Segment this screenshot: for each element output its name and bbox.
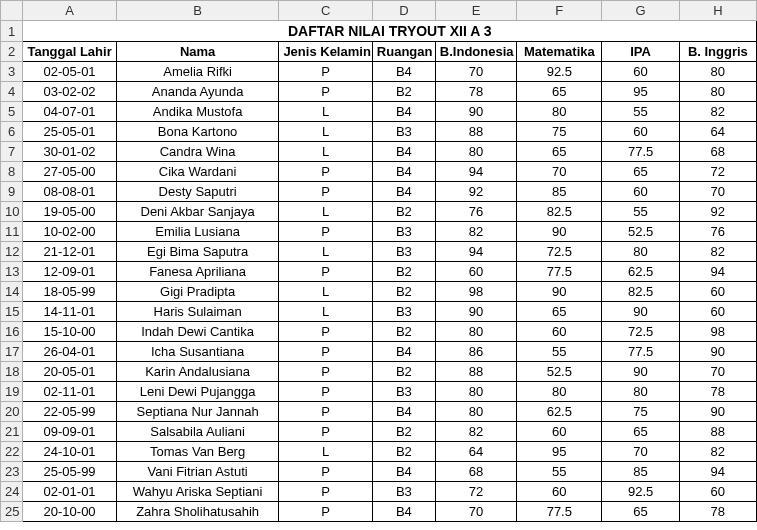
cell-ipa[interactable]: 85 bbox=[602, 462, 679, 482]
hdr-binggris[interactable]: B. Inggris bbox=[679, 42, 756, 62]
cell-ruang[interactable]: B4 bbox=[372, 502, 435, 522]
cell-ruang[interactable]: B4 bbox=[372, 342, 435, 362]
cell-nama[interactable]: Bona Kartono bbox=[116, 122, 279, 142]
cell-bindo[interactable]: 70 bbox=[435, 502, 516, 522]
cell-ruang[interactable]: B4 bbox=[372, 62, 435, 82]
cell-ruang[interactable]: B2 bbox=[372, 442, 435, 462]
cell-mtk[interactable]: 65 bbox=[517, 302, 602, 322]
cell-mtk[interactable]: 65 bbox=[517, 142, 602, 162]
cell-bing[interactable]: 70 bbox=[679, 182, 756, 202]
cell-tgl[interactable]: 08-08-01 bbox=[23, 182, 116, 202]
cell-ruang[interactable]: B2 bbox=[372, 282, 435, 302]
cell-bing[interactable]: 82 bbox=[679, 102, 756, 122]
cell-mtk[interactable]: 85 bbox=[517, 182, 602, 202]
cell-nama[interactable]: Emilia Lusiana bbox=[116, 222, 279, 242]
cell-jk[interactable]: P bbox=[279, 182, 372, 202]
cell-mtk[interactable]: 72.5 bbox=[517, 242, 602, 262]
cell-jk[interactable]: P bbox=[279, 382, 372, 402]
cell-nama[interactable]: Gigi Pradipta bbox=[116, 282, 279, 302]
row-header[interactable]: 14 bbox=[1, 282, 23, 302]
cell-mtk[interactable]: 77.5 bbox=[517, 502, 602, 522]
cell-ipa[interactable]: 80 bbox=[602, 382, 679, 402]
cell-ipa[interactable]: 55 bbox=[602, 102, 679, 122]
cell-bing[interactable]: 94 bbox=[679, 462, 756, 482]
cell-ipa[interactable]: 70 bbox=[602, 442, 679, 462]
cell-mtk[interactable]: 92.5 bbox=[517, 62, 602, 82]
cell-bing[interactable]: 78 bbox=[679, 382, 756, 402]
cell-nama[interactable]: Salsabila Auliani bbox=[116, 422, 279, 442]
cell-jk[interactable]: L bbox=[279, 202, 372, 222]
cell-tgl[interactable]: 25-05-01 bbox=[23, 122, 116, 142]
cell-ruang[interactable]: B3 bbox=[372, 122, 435, 142]
cell-bindo[interactable]: 82 bbox=[435, 422, 516, 442]
row-header[interactable]: 25 bbox=[1, 502, 23, 522]
cell-nama[interactable]: Desty Saputri bbox=[116, 182, 279, 202]
cell-ipa[interactable]: 60 bbox=[602, 62, 679, 82]
cell-bing[interactable]: 90 bbox=[679, 342, 756, 362]
cell-ipa[interactable]: 77.5 bbox=[602, 142, 679, 162]
row-header[interactable]: 18 bbox=[1, 362, 23, 382]
cell-nama[interactable]: Wahyu Ariska Septiani bbox=[116, 482, 279, 502]
row-header[interactable]: 6 bbox=[1, 122, 23, 142]
cell-tgl[interactable]: 15-10-00 bbox=[23, 322, 116, 342]
cell-tgl[interactable]: 18-05-99 bbox=[23, 282, 116, 302]
cell-bing[interactable]: 60 bbox=[679, 482, 756, 502]
cell-tgl[interactable]: 04-07-01 bbox=[23, 102, 116, 122]
cell-ruang[interactable]: B3 bbox=[372, 302, 435, 322]
cell-bing[interactable]: 78 bbox=[679, 502, 756, 522]
cell-ipa[interactable]: 90 bbox=[602, 362, 679, 382]
col-header[interactable]: F bbox=[517, 1, 602, 21]
row-header[interactable]: 11 bbox=[1, 222, 23, 242]
cell-ipa[interactable]: 82.5 bbox=[602, 282, 679, 302]
row-header[interactable]: 16 bbox=[1, 322, 23, 342]
hdr-tanggal-lahir[interactable]: Tanggal Lahir bbox=[23, 42, 116, 62]
cell-ruang[interactable]: B4 bbox=[372, 182, 435, 202]
cell-bing[interactable]: 80 bbox=[679, 62, 756, 82]
row-header[interactable]: 5 bbox=[1, 102, 23, 122]
cell-ruang[interactable]: B2 bbox=[372, 362, 435, 382]
hdr-ipa[interactable]: IPA bbox=[602, 42, 679, 62]
cell-bindo[interactable]: 90 bbox=[435, 102, 516, 122]
cell-tgl[interactable]: 14-11-01 bbox=[23, 302, 116, 322]
cell-nama[interactable]: Amelia Rifki bbox=[116, 62, 279, 82]
cell-bindo[interactable]: 64 bbox=[435, 442, 516, 462]
cell-tgl[interactable]: 02-01-01 bbox=[23, 482, 116, 502]
cell-tgl[interactable]: 21-12-01 bbox=[23, 242, 116, 262]
cell-mtk[interactable]: 60 bbox=[517, 482, 602, 502]
cell-jk[interactable]: P bbox=[279, 262, 372, 282]
col-header[interactable]: A bbox=[23, 1, 116, 21]
cell-mtk[interactable]: 55 bbox=[517, 342, 602, 362]
row-header[interactable]: 10 bbox=[1, 202, 23, 222]
row-header[interactable]: 22 bbox=[1, 442, 23, 462]
cell-ruang[interactable]: B2 bbox=[372, 262, 435, 282]
cell-bindo[interactable]: 70 bbox=[435, 62, 516, 82]
cell-mtk[interactable]: 80 bbox=[517, 382, 602, 402]
cell-bing[interactable]: 82 bbox=[679, 442, 756, 462]
col-header[interactable]: D bbox=[372, 1, 435, 21]
cell-jk[interactable]: L bbox=[279, 282, 372, 302]
cell-jk[interactable]: P bbox=[279, 62, 372, 82]
cell-mtk[interactable]: 90 bbox=[517, 222, 602, 242]
cell-bindo[interactable]: 80 bbox=[435, 142, 516, 162]
cell-bindo[interactable]: 76 bbox=[435, 202, 516, 222]
row-header[interactable]: 2 bbox=[1, 42, 23, 62]
cell-bing[interactable]: 80 bbox=[679, 82, 756, 102]
cell-nama[interactable]: Candra Wina bbox=[116, 142, 279, 162]
col-header[interactable]: E bbox=[435, 1, 516, 21]
cell-bing[interactable]: 70 bbox=[679, 362, 756, 382]
cell-bindo[interactable]: 86 bbox=[435, 342, 516, 362]
cell-bing[interactable]: 82 bbox=[679, 242, 756, 262]
cell-ruang[interactable]: B4 bbox=[372, 462, 435, 482]
cell-tgl[interactable]: 20-10-00 bbox=[23, 502, 116, 522]
row-header[interactable]: 9 bbox=[1, 182, 23, 202]
row-header[interactable]: 8 bbox=[1, 162, 23, 182]
select-all-corner[interactable] bbox=[1, 1, 23, 21]
cell-jk[interactable]: L bbox=[279, 102, 372, 122]
cell-nama[interactable]: Karin Andalusiana bbox=[116, 362, 279, 382]
cell-nama[interactable]: Egi Bima Saputra bbox=[116, 242, 279, 262]
cell-bindo[interactable]: 60 bbox=[435, 262, 516, 282]
cell-ipa[interactable]: 72.5 bbox=[602, 322, 679, 342]
cell-bindo[interactable]: 88 bbox=[435, 362, 516, 382]
cell-ipa[interactable]: 60 bbox=[602, 182, 679, 202]
cell-ruang[interactable]: B2 bbox=[372, 82, 435, 102]
